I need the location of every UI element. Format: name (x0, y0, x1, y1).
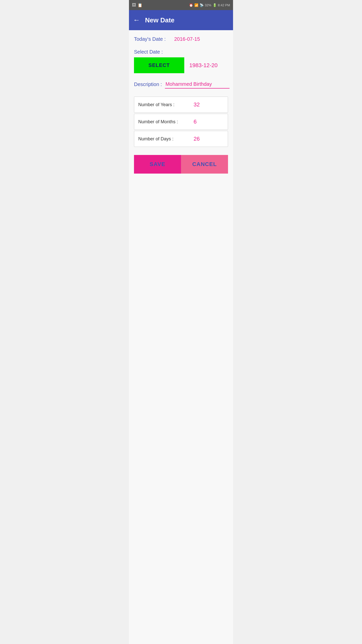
page-title: New Date (145, 16, 174, 24)
description-row: Description : (134, 80, 228, 89)
select-date-button[interactable]: SELECT (134, 57, 184, 73)
form-content: Today's Date : 2016-07-15 Select Date : … (129, 30, 233, 644)
time-text: 8:42 PM (218, 3, 230, 7)
back-button[interactable]: ← (133, 16, 140, 24)
status-bar: 🖼 📋 ⏰ 📶 📡 32% 🔋 8:42 PM (129, 0, 233, 10)
select-date-row: SELECT 1983-12-20 (134, 57, 228, 73)
months-label: Number of Months : (138, 119, 194, 125)
info-boxes: Number of Years : 32 Number of Months : … (134, 97, 228, 147)
wifi-icon: 📶 (194, 3, 198, 7)
status-bar-left: 🖼 📋 (132, 3, 143, 8)
days-label: Number of Days : (138, 136, 194, 142)
years-box: Number of Years : 32 (134, 97, 228, 113)
battery-text: 32% (205, 3, 211, 7)
days-value: 26 (194, 136, 200, 142)
years-value: 32 (194, 101, 200, 108)
description-label: Description : (134, 82, 162, 87)
alarm-icon: ⏰ (189, 3, 193, 7)
action-buttons: SAVE CANCEL (134, 155, 228, 174)
app-bar: ← New Date (129, 10, 233, 30)
today-date-label: Today's Date : (134, 36, 174, 42)
battery-icon: 🔋 (213, 3, 217, 7)
cancel-button[interactable]: CANCEL (181, 155, 228, 174)
select-date-label: Select Date : (134, 49, 228, 55)
select-date-section: Select Date : SELECT 1983-12-20 (134, 49, 228, 73)
months-box: Number of Months : 6 (134, 114, 228, 130)
days-box: Number of Days : 26 (134, 131, 228, 147)
months-value: 6 (194, 118, 197, 125)
signal-icon: 📡 (200, 3, 204, 7)
years-label: Number of Years : (138, 102, 194, 107)
today-date-value: 2016-07-15 (174, 36, 200, 42)
today-date-row: Today's Date : 2016-07-15 (134, 36, 228, 42)
sim-icon: 📋 (138, 3, 143, 8)
status-bar-right: ⏰ 📶 📡 32% 🔋 8:42 PM (189, 3, 230, 7)
save-button[interactable]: SAVE (134, 155, 181, 174)
image-icon: 🖼 (132, 3, 136, 7)
selected-date-value: 1983-12-20 (189, 62, 218, 69)
description-input[interactable] (165, 80, 230, 89)
